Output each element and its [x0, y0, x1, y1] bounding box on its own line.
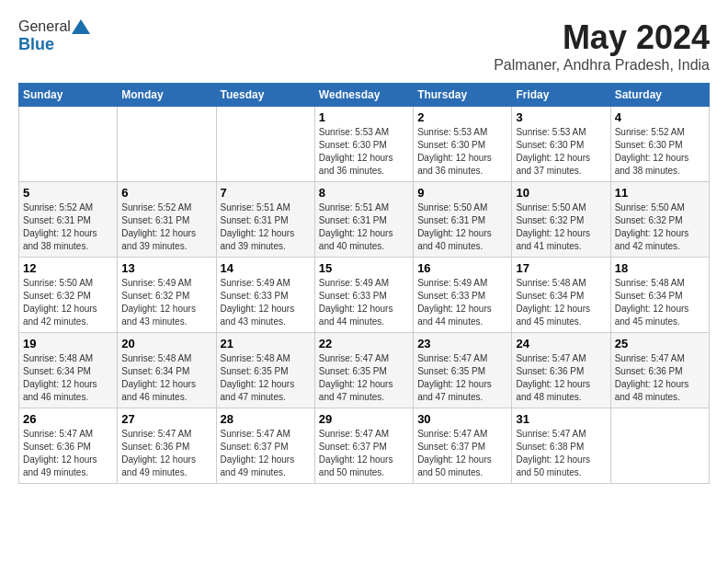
sunrise-text: Sunrise: 5:53 AM [319, 127, 389, 137]
sunrise-text: Sunrise: 5:49 AM [319, 278, 389, 288]
sunrise-text: Sunrise: 5:47 AM [516, 429, 586, 439]
sunset-text: Sunset: 6:31 PM [417, 215, 485, 225]
day-number: 10 [516, 186, 606, 200]
day-number: 18 [615, 261, 705, 275]
day-info: Sunrise: 5:47 AM Sunset: 6:37 PM Dayligh… [221, 428, 311, 479]
calendar-cell: 5 Sunrise: 5:52 AM Sunset: 6:31 PM Dayli… [19, 182, 118, 258]
location-subtitle: Palmaner, Andhra Pradesh, India [494, 57, 710, 74]
sunset-text: Sunset: 6:31 PM [221, 215, 289, 225]
sunrise-text: Sunrise: 5:50 AM [516, 202, 586, 213]
day-number: 21 [221, 337, 311, 350]
sunset-text: Sunset: 6:33 PM [319, 291, 387, 301]
calendar-cell: 13 Sunrise: 5:49 AM Sunset: 6:32 PM Dayl… [118, 258, 216, 333]
calendar-cell: 31 Sunrise: 5:47 AM Sunset: 6:38 PM Dayl… [512, 408, 610, 484]
daylight-text: Daylight: 12 hours and 43 minutes. [121, 304, 196, 327]
day-number: 19 [23, 337, 113, 350]
daylight-text: Daylight: 12 hours and 49 minutes. [221, 454, 295, 477]
day-info: Sunrise: 5:47 AM Sunset: 6:36 PM Dayligh… [121, 428, 211, 479]
daylight-text: Daylight: 12 hours and 49 minutes. [23, 454, 97, 477]
sunrise-text: Sunrise: 5:52 AM [615, 127, 685, 137]
sunrise-text: Sunrise: 5:49 AM [121, 278, 191, 288]
calendar-cell [118, 107, 216, 182]
calendar-cell: 18 Sunrise: 5:48 AM Sunset: 6:34 PM Dayl… [610, 258, 709, 333]
header-friday: Friday [512, 84, 610, 107]
calendar-cell: 3 Sunrise: 5:53 AM Sunset: 6:30 PM Dayli… [512, 107, 610, 182]
day-info: Sunrise: 5:47 AM Sunset: 6:37 PM Dayligh… [319, 428, 409, 479]
sunset-text: Sunset: 6:37 PM [417, 442, 485, 452]
daylight-text: Daylight: 12 hours and 50 minutes. [417, 454, 492, 477]
sunrise-text: Sunrise: 5:47 AM [221, 429, 290, 439]
sunrise-text: Sunrise: 5:47 AM [417, 353, 487, 363]
sunset-text: Sunset: 6:33 PM [417, 291, 485, 301]
svg-marker-0 [72, 19, 90, 34]
sunset-text: Sunset: 6:30 PM [516, 140, 584, 150]
title-area: May 2024 Palmaner, Andhra Pradesh, India [494, 18, 710, 74]
day-info: Sunrise: 5:48 AM Sunset: 6:34 PM Dayligh… [615, 277, 705, 328]
daylight-text: Daylight: 12 hours and 39 minutes. [221, 228, 295, 251]
calendar-cell [216, 107, 314, 182]
sunset-text: Sunset: 6:34 PM [121, 366, 189, 376]
sunset-text: Sunset: 6:31 PM [121, 215, 189, 225]
day-number: 12 [23, 261, 113, 275]
calendar-cell: 28 Sunrise: 5:47 AM Sunset: 6:37 PM Dayl… [216, 408, 314, 484]
sunset-text: Sunset: 6:35 PM [221, 366, 289, 376]
daylight-text: Daylight: 12 hours and 45 minutes. [615, 304, 689, 327]
day-info: Sunrise: 5:51 AM Sunset: 6:31 PM Dayligh… [221, 201, 311, 253]
sunset-text: Sunset: 6:32 PM [615, 215, 683, 225]
sunrise-text: Sunrise: 5:50 AM [615, 202, 685, 213]
daylight-text: Daylight: 12 hours and 49 minutes. [121, 454, 196, 477]
sunrise-text: Sunrise: 5:47 AM [319, 353, 389, 363]
logo: General Blue [18, 18, 91, 54]
day-info: Sunrise: 5:48 AM Sunset: 6:35 PM Dayligh… [221, 352, 311, 404]
day-info: Sunrise: 5:50 AM Sunset: 6:32 PM Dayligh… [23, 277, 113, 328]
day-info: Sunrise: 5:53 AM Sunset: 6:30 PM Dayligh… [319, 126, 409, 178]
day-number: 14 [221, 261, 311, 275]
header-saturday: Saturday [610, 84, 709, 107]
weekday-header-row: Sunday Monday Tuesday Wednesday Thursday… [19, 84, 710, 107]
daylight-text: Daylight: 12 hours and 47 minutes. [319, 379, 393, 402]
day-info: Sunrise: 5:49 AM Sunset: 6:33 PM Dayligh… [221, 277, 311, 328]
daylight-text: Daylight: 12 hours and 50 minutes. [516, 454, 590, 477]
sunset-text: Sunset: 6:30 PM [319, 140, 387, 150]
calendar-cell: 17 Sunrise: 5:48 AM Sunset: 6:34 PM Dayl… [512, 258, 610, 333]
header-thursday: Thursday [414, 84, 512, 107]
header-tuesday: Tuesday [216, 84, 314, 107]
day-number: 24 [516, 337, 606, 350]
calendar-cell: 30 Sunrise: 5:47 AM Sunset: 6:37 PM Dayl… [414, 408, 512, 484]
daylight-text: Daylight: 12 hours and 37 minutes. [516, 153, 590, 176]
day-info: Sunrise: 5:47 AM Sunset: 6:36 PM Dayligh… [516, 352, 606, 404]
day-number: 2 [417, 110, 507, 124]
sunset-text: Sunset: 6:36 PM [516, 366, 584, 376]
sunrise-text: Sunrise: 5:50 AM [23, 278, 93, 288]
daylight-text: Daylight: 12 hours and 36 minutes. [319, 153, 393, 176]
daylight-text: Daylight: 12 hours and 40 minutes. [319, 228, 393, 251]
sunset-text: Sunset: 6:35 PM [417, 366, 485, 376]
daylight-text: Daylight: 12 hours and 41 minutes. [516, 228, 590, 251]
sunrise-text: Sunrise: 5:53 AM [516, 127, 586, 137]
day-number: 6 [121, 186, 211, 200]
calendar-cell: 10 Sunrise: 5:50 AM Sunset: 6:32 PM Dayl… [512, 182, 610, 258]
daylight-text: Daylight: 12 hours and 40 minutes. [417, 228, 492, 251]
sunset-text: Sunset: 6:34 PM [23, 366, 91, 376]
day-number: 13 [121, 261, 211, 275]
day-info: Sunrise: 5:47 AM Sunset: 6:35 PM Dayligh… [417, 352, 507, 404]
calendar-cell: 1 Sunrise: 5:53 AM Sunset: 6:30 PM Dayli… [314, 107, 413, 182]
day-number: 31 [516, 412, 606, 426]
sunrise-text: Sunrise: 5:52 AM [121, 202, 191, 213]
day-info: Sunrise: 5:47 AM Sunset: 6:37 PM Dayligh… [417, 428, 507, 479]
day-number: 7 [221, 186, 311, 200]
header-monday: Monday [118, 84, 216, 107]
day-number: 28 [221, 412, 311, 426]
daylight-text: Daylight: 12 hours and 42 minutes. [23, 304, 97, 327]
sunset-text: Sunset: 6:36 PM [615, 366, 683, 376]
calendar-cell: 11 Sunrise: 5:50 AM Sunset: 6:32 PM Dayl… [610, 182, 709, 258]
sunrise-text: Sunrise: 5:48 AM [121, 353, 191, 363]
daylight-text: Daylight: 12 hours and 36 minutes. [417, 153, 492, 176]
calendar-cell: 7 Sunrise: 5:51 AM Sunset: 6:31 PM Dayli… [216, 182, 314, 258]
calendar-cell: 25 Sunrise: 5:47 AM Sunset: 6:36 PM Dayl… [610, 333, 709, 408]
header-sunday: Sunday [19, 84, 118, 107]
sunrise-text: Sunrise: 5:47 AM [615, 353, 685, 363]
daylight-text: Daylight: 12 hours and 48 minutes. [516, 379, 590, 402]
daylight-text: Daylight: 12 hours and 47 minutes. [417, 379, 492, 402]
day-number: 3 [516, 110, 606, 124]
